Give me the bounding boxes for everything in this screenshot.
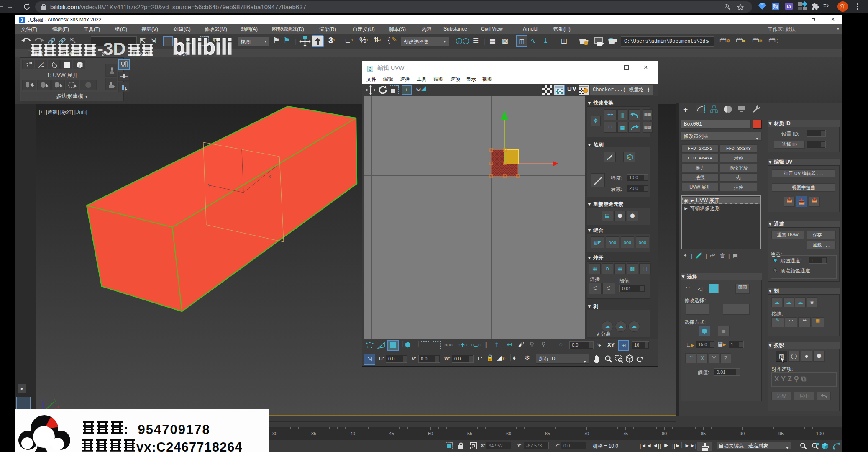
svg-text:y: y: [54, 398, 56, 402]
svg-text:z: z: [41, 398, 43, 402]
svg-text:x: x: [57, 404, 59, 409]
svg-text:x: x: [269, 174, 271, 179]
svg-text:y: y: [208, 182, 210, 187]
svg-text:z: z: [241, 147, 243, 152]
